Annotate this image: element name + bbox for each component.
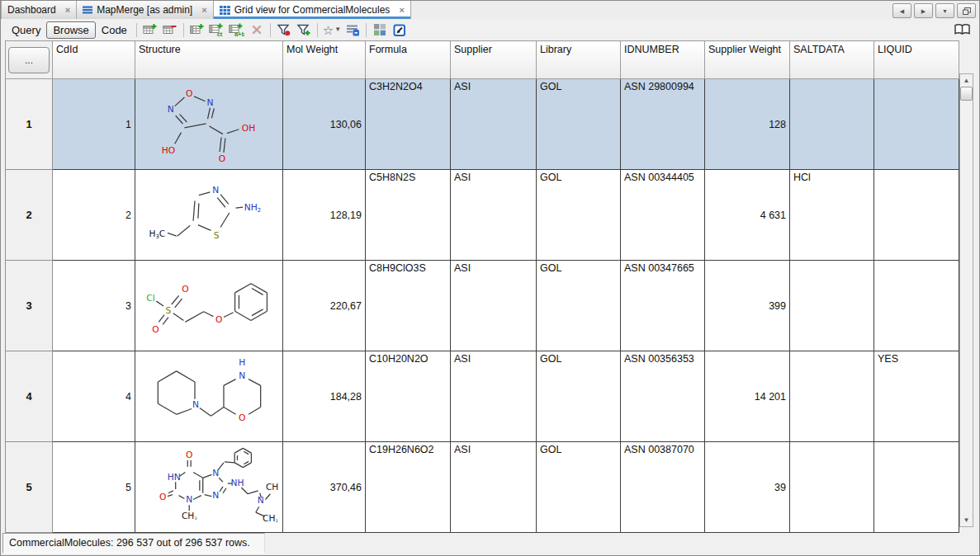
cell-saltdata[interactable] [790,79,874,170]
delete-row-button[interactable] [160,21,180,39]
cell-mol-weight[interactable]: 130,06 [283,79,366,170]
table-row[interactable]: 1 1 O N N [6,79,959,170]
cell-saltdata[interactable] [790,351,874,442]
remove-field-button[interactable] [247,21,267,39]
add-chemical-terms-field-button[interactable]: ct [207,21,227,39]
column-header-supplier[interactable]: Supplier [451,41,537,79]
grid-options-button[interactable]: ... [8,47,50,73]
cell-formula[interactable]: C5H8N2S [366,170,451,261]
cell-formula[interactable]: C10H20N2O [366,351,451,442]
cell-supplier[interactable]: ASI [451,351,537,442]
cell-structure[interactable]: Cl S O O O [135,261,283,351]
tab-list-dropdown-button[interactable]: ▼ [935,3,954,18]
column-header-liquid[interactable]: LIQUID [874,41,959,79]
cell-supplier-weight[interactable]: 399 [705,261,790,351]
cell-liquid[interactable]: YES [874,351,959,442]
cell-supplier[interactable]: ASI [451,170,537,261]
add-row-button[interactable] [140,21,160,39]
vertical-scrollbar[interactable]: ▲ ▼ [959,73,973,527]
row-header[interactable]: 4 [6,351,53,442]
row-header[interactable]: 1 [6,79,53,170]
view-layout-button[interactable] [370,21,390,39]
table-row[interactable]: 2 2 N S NH2 H3C [6,170,959,261]
row-header[interactable]: 2 [6,170,53,261]
cell-library[interactable]: GOL [537,261,621,351]
cell-cdid[interactable]: 1 [53,79,135,170]
cell-supplier[interactable]: ASI [451,261,537,351]
cell-cdid[interactable]: 2 [53,170,135,261]
table-row[interactable]: 5 5 [6,442,959,533]
cell-formula[interactable]: C3H2N2O4 [366,79,451,170]
cell-library[interactable]: GOL [537,79,621,170]
add-calculated-field-button[interactable]: a+b [227,21,247,39]
column-header-cdid[interactable]: CdId [53,41,135,79]
cell-formula[interactable]: C8H9ClO3S [366,261,451,351]
column-header-idnumber[interactable]: IDNUMBER [621,41,705,79]
table-row[interactable]: 4 4 [6,351,959,442]
cell-supplier-weight[interactable]: 14 201 [705,351,790,442]
cell-saltdata[interactable]: HCl [790,170,874,261]
close-icon[interactable]: × [201,6,206,15]
cell-saltdata[interactable] [790,261,874,351]
column-header-formula[interactable]: Formula [366,41,451,79]
column-header-structure[interactable]: Structure [135,41,283,79]
cell-library[interactable]: GOL [537,442,621,533]
column-settings-button[interactable] [343,21,362,39]
tab-dashboard[interactable]: Dashboard × [1,1,77,19]
open-in-new-window-button[interactable] [390,21,410,39]
close-icon[interactable]: × [399,6,404,15]
cell-library[interactable]: GOL [537,351,621,442]
column-header-saltdata[interactable]: SALTDATA [790,41,874,79]
tab-mapmerge[interactable]: MapMerge [as admin] × [77,1,214,19]
scroll-tabs-right-button[interactable]: ▶ [914,3,933,18]
cell-idnumber[interactable]: ASN 29800994 [621,79,705,170]
code-mode-button[interactable]: Code [96,22,133,38]
cell-liquid[interactable] [874,261,959,351]
cell-idnumber[interactable]: ASN 00356353 [621,351,705,442]
column-header-library[interactable]: Library [537,41,621,79]
cell-idnumber[interactable]: ASN 00344405 [621,170,705,261]
browse-mode-button[interactable]: Browse [46,21,95,39]
close-icon[interactable]: × [65,6,70,15]
favorites-button[interactable]: ☆ ▼ [321,21,343,39]
filter-button[interactable] [274,21,294,39]
cell-cdid[interactable]: 3 [53,261,135,351]
cell-mol-weight[interactable]: 370,46 [283,442,366,533]
add-field-button[interactable] [187,21,207,39]
float-window-button[interactable] [957,3,976,18]
column-header-supplier-weight[interactable]: Supplier Weight [705,41,790,79]
cell-mol-weight[interactable]: 128,19 [283,170,366,261]
cell-structure[interactable]: O HN O N CH3 N N NH N CH3 CH3 [135,442,283,533]
column-header-mol-weight[interactable]: Mol Weight [283,41,366,79]
cell-liquid[interactable] [874,79,959,170]
scroll-up-icon[interactable]: ▲ [963,74,970,87]
cell-cdid[interactable]: 5 [53,442,135,533]
scroll-down-icon[interactable]: ▼ [963,514,970,526]
cell-supplier[interactable]: ASI [451,442,537,533]
cell-liquid[interactable] [874,442,959,533]
schema-browser-button[interactable] [951,21,973,39]
cell-mol-weight[interactable]: 184,28 [283,351,366,442]
scroll-tabs-left-button[interactable]: ◀ [892,3,911,18]
cell-supplier-weight[interactable]: 128 [705,79,790,170]
scrollbar-thumb[interactable] [960,87,973,101]
cell-mol-weight[interactable]: 220,67 [283,261,366,351]
cell-structure[interactable]: N S NH2 H3C [135,170,283,261]
cell-supplier-weight[interactable]: 4 631 [705,170,790,261]
tab-grid-view[interactable]: Grid view for CommercialMolecules × [214,1,411,19]
cell-idnumber[interactable]: ASN 00387070 [621,442,705,533]
cell-cdid[interactable]: 4 [53,351,135,442]
cell-liquid[interactable] [874,170,959,261]
cell-supplier[interactable]: ASI [451,79,537,170]
cell-idnumber[interactable]: ASN 00347665 [621,261,705,351]
cell-supplier-weight[interactable]: 39 [705,442,790,533]
query-mode-button[interactable]: Query [6,22,46,38]
cell-structure[interactable]: N H N O [135,351,283,442]
row-header[interactable]: 3 [6,261,53,351]
cell-formula[interactable]: C19H26N6O2 [366,442,451,533]
table-row[interactable]: 3 3 [6,261,959,351]
cell-library[interactable]: GOL [537,170,621,261]
cell-saltdata[interactable] [790,442,874,533]
add-filter-button[interactable] [294,21,314,39]
cell-structure[interactable]: O N N HO OH O [135,79,283,170]
